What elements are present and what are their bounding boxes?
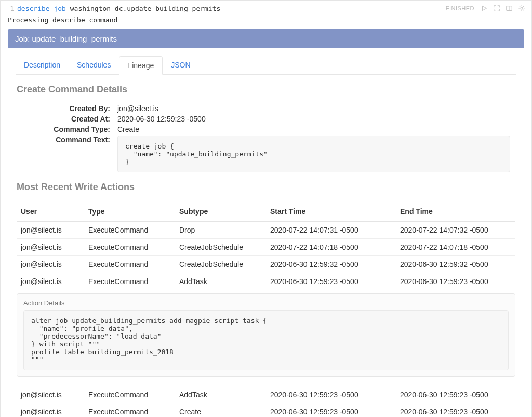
cell-subtype: Create <box>175 403 266 418</box>
value-command-type: Create <box>117 125 510 133</box>
table-row[interactable]: jon@silect.isExecuteCommandAddTask2020-0… <box>17 386 515 403</box>
table-header-row: User Type Subtype Start Time End Time <box>17 202 515 221</box>
col-start: Start Time <box>266 202 396 221</box>
cell-subtype: AddTask <box>175 273 266 290</box>
cell-end: 2020-06-30 12:59:23 -0500 <box>396 273 515 290</box>
cell-user: jon@silect.is <box>17 273 84 290</box>
cell-user: jon@silect.is <box>17 386 84 403</box>
cell-subtype: Drop <box>175 221 266 239</box>
cell-type: ExecuteCommand <box>84 239 175 256</box>
cell-toolbar: FINISHED <box>446 4 526 13</box>
gear-icon[interactable] <box>517 4 526 13</box>
table-row[interactable]: jon@silect.isExecuteCommandCreateJobSche… <box>17 256 515 273</box>
table-row[interactable]: jon@silect.isExecuteCommandDrop2020-07-2… <box>17 221 515 239</box>
value-created-by: jon@silect.is <box>117 104 510 113</box>
col-user: User <box>17 202 84 221</box>
table-row[interactable]: jon@silect.isExecuteCommandCreate2020-06… <box>17 403 515 418</box>
cell-start: 2020-07-22 14:07:31 -0500 <box>266 221 396 239</box>
action-details-title: Action Details <box>17 294 515 310</box>
cell-type: ExecuteCommand <box>84 403 175 418</box>
keyword-describe: describe <box>17 5 50 12</box>
col-end: End Time <box>396 202 515 221</box>
label-created-at: Created At: <box>32 115 110 123</box>
cell-start: 2020-06-30 12:59:32 -0500 <box>266 256 396 273</box>
label-command-text: Command Text: <box>32 136 110 172</box>
table-row[interactable]: jon@silect.isExecuteCommandCreateJobSche… <box>17 239 515 256</box>
cell-user: jon@silect.is <box>17 239 84 256</box>
job-title-bar: Job: update_building_permits <box>8 29 524 48</box>
tab-description[interactable]: Description <box>16 56 69 75</box>
cell-type: ExecuteCommand <box>84 386 175 403</box>
command-text-code: create job { "name": "update_building_pe… <box>117 136 510 172</box>
notebook-cell: 1 describe job washington_dc.update_buil… <box>0 0 532 417</box>
actions-table-continued: jon@silect.isExecuteCommandAddTask2020-0… <box>17 386 515 417</box>
tab-json[interactable]: JSON <box>163 56 198 75</box>
cell-subtype: AddTask <box>175 386 266 403</box>
col-subtype: Subtype <box>175 202 266 221</box>
tabs: Description Schedules Lineage JSON <box>16 56 516 75</box>
cell-end: 2020-06-30 12:59:23 -0500 <box>396 386 515 403</box>
col-type: Type <box>84 202 175 221</box>
cell-start: 2020-06-30 12:59:23 -0500 <box>266 403 396 418</box>
command-arg: washington_dc.update_building_permits <box>70 5 221 12</box>
line-number: 1 <box>5 5 17 12</box>
svg-point-3 <box>521 7 523 9</box>
table-row[interactable]: jon@silect.isExecuteCommandAddTask2020-0… <box>17 273 515 290</box>
create-command-details-title: Create Command Details <box>17 84 515 95</box>
action-details-code: alter job update_building_permits add ma… <box>23 310 509 370</box>
cell-user: jon@silect.is <box>17 256 84 273</box>
cell-user: jon@silect.is <box>17 221 84 239</box>
cell-start: 2020-06-30 12:59:23 -0500 <box>266 386 396 403</box>
cell-subtype: CreateJobSchedule <box>175 256 266 273</box>
cell-type: ExecuteCommand <box>84 273 175 290</box>
label-command-type: Command Type: <box>32 125 110 133</box>
cell-type: ExecuteCommand <box>84 221 175 239</box>
recent-actions-title: Most Recent Write Actions <box>17 182 515 193</box>
cell-type: ExecuteCommand <box>84 256 175 273</box>
processing-output: Processing describe command <box>1 14 531 29</box>
value-created-at: 2020-06-30 12:59:23 -0500 <box>117 115 510 123</box>
cell-end: 2020-07-22 14:07:18 -0500 <box>396 239 515 256</box>
book-icon[interactable] <box>504 4 514 13</box>
svg-marker-0 <box>483 6 487 11</box>
command-details: Created By: jon@silect.is Created At: 20… <box>32 104 510 172</box>
tab-lineage[interactable]: Lineage <box>119 56 163 75</box>
cell-start: 2020-06-30 12:59:23 -0500 <box>266 273 396 290</box>
cell-header: 1 describe job washington_dc.update_buil… <box>1 1 531 14</box>
action-details-block: Action Details alter job update_building… <box>17 293 515 377</box>
cell-user: jon@silect.is <box>17 403 84 418</box>
run-icon[interactable] <box>480 4 489 13</box>
keyword-job: job <box>54 5 65 12</box>
label-created-by: Created By: <box>32 104 110 113</box>
cell-end: 2020-06-30 12:59:23 -0500 <box>396 403 515 418</box>
cell-end: 2020-07-22 14:07:32 -0500 <box>396 221 515 239</box>
cell-subtype: CreateJobSchedule <box>175 239 266 256</box>
status-badge: FINISHED <box>446 5 474 11</box>
command-input[interactable]: describe job washington_dc.update_buildi… <box>17 5 446 12</box>
output-panel: Job: update_building_permits Description… <box>1 29 531 417</box>
tab-schedules[interactable]: Schedules <box>69 56 119 75</box>
cell-end: 2020-06-30 12:59:32 -0500 <box>396 256 515 273</box>
expand-icon[interactable] <box>492 4 501 13</box>
cell-start: 2020-07-22 14:07:18 -0500 <box>266 239 396 256</box>
actions-table: User Type Subtype Start Time End Time jo… <box>17 202 515 290</box>
